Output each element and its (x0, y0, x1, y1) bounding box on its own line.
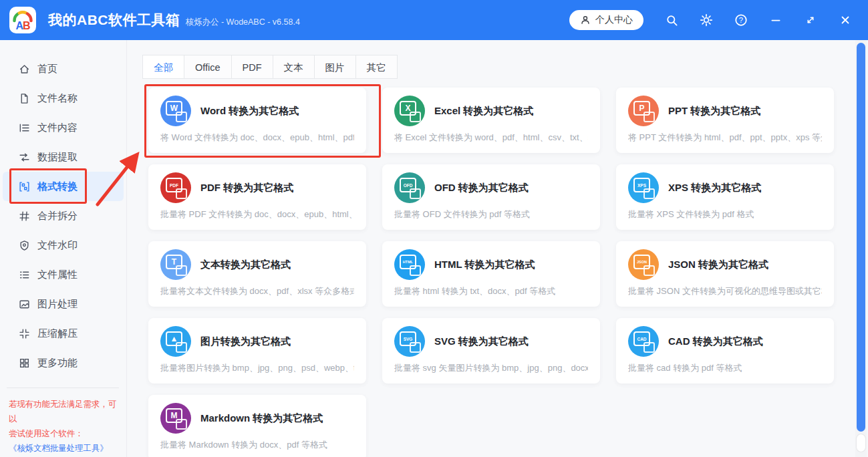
user-center-button[interactable]: 个人中心 (569, 10, 643, 30)
card-title: XPS 转换为其它格式 (668, 182, 761, 194)
promo-notice: 若现有功能无法满足需求，可以 尝试使用这个软件： 《核烁文档批量处理工具》 它是… (9, 397, 124, 457)
sidebar-item-icon (19, 328, 30, 339)
card-header: JSON JSON 转换为其它格式 (616, 241, 834, 280)
scrollbar-end-cap (857, 434, 865, 452)
gear-icon (700, 13, 713, 27)
card-title: HTML 转换为其它格式 (434, 259, 535, 271)
card-title: SVG 转换为其它格式 (434, 335, 529, 348)
ghost-badge (176, 112, 187, 122)
main-content: 全部 Office PDF 文本 图片 其它 W (127, 40, 868, 457)
card-description: 批量将文本文件转换为 docx、pdf、xlsx 等众多格式 (160, 285, 354, 297)
sidebar-item[interactable]: 首页 (3, 54, 124, 84)
ghost-badge (410, 342, 421, 353)
card-description: 批量将 JSON 文件转换为可视化的思维导图或其它格式 (628, 285, 822, 297)
close-icon (839, 14, 851, 26)
sidebar-item-icon (19, 63, 30, 75)
card-header: W Word 转换为其它格式 (148, 88, 366, 126)
feature-card[interactable]: JSON JSON 转换为其它格式 批量将 JSON 文件转换为可视化的思维导图… (616, 241, 834, 307)
card-header: ▲ 图片转换为其它格式 (148, 318, 366, 357)
sidebar-item-icon (19, 269, 30, 281)
sidebar-item-icon (19, 122, 30, 134)
close-button[interactable] (828, 0, 863, 40)
convert-icon: HTML (394, 249, 425, 280)
ghost-badge (176, 342, 187, 353)
notice-line: 若现有功能无法满足需求，可以 (9, 397, 124, 426)
feature-card[interactable]: M Markdown 转换为其它格式 批量将 Markdown 转换为 docx… (148, 395, 366, 457)
card-description: 批量将图片转换为 bmp、jpg、png、psd、webp、tiff 等 (160, 362, 354, 374)
help-button[interactable]: ? (724, 0, 758, 40)
feature-card[interactable]: SVG SVG 转换为其它格式 批量将 svg 矢量图片转换为 bmp、jpg、… (382, 318, 600, 384)
category-tab[interactable]: Office (184, 55, 232, 79)
feature-card[interactable]: HTML HTML 转换为其它格式 批量将 html 转换为 txt、docx、… (382, 241, 600, 307)
feature-card[interactable]: W Word 转换为其它格式 将 Word 文件转换为 doc、docx、epu… (148, 88, 366, 153)
convert-icon: W (160, 96, 191, 126)
feature-card[interactable]: PDF PDF 转换为其它格式 批量将 PDF 文件转换为 doc、docx、e… (148, 164, 366, 230)
maximize-button[interactable] (793, 0, 828, 40)
sidebar-item-label: 数据提取 (37, 151, 78, 164)
feature-card[interactable]: ▲ 图片转换为其它格式 批量将图片转换为 bmp、jpg、png、psd、web… (148, 318, 366, 384)
sidebar: 首页 文件名称 文件内容 数据提取 (0, 40, 127, 457)
category-tabs: 全部 Office PDF 文本 图片 其它 (142, 55, 398, 79)
sidebar-item-label: 合并拆分 (37, 210, 78, 222)
sidebar-item-icon (19, 240, 30, 251)
sidebar-divider (7, 388, 119, 388)
card-description: 批量将 XPS 文件转换为 pdf 格式 (628, 208, 822, 220)
sidebar-item[interactable]: 合并拆分 (3, 201, 124, 231)
card-header: M Markdown 转换为其它格式 (148, 395, 366, 434)
promo-link[interactable]: 《核烁文档批量处理工具》 (9, 441, 124, 456)
minimize-button[interactable] (758, 0, 793, 40)
convert-icon: PDF (160, 172, 191, 203)
convert-icon: XPS (628, 172, 659, 203)
card-header: PDF PDF 转换为其它格式 (148, 164, 366, 203)
category-tab[interactable]: 文本 (273, 55, 315, 79)
feature-card[interactable]: XPS XPS 转换为其它格式 批量将 XPS 文件转换为 pdf 格式 (616, 164, 834, 230)
card-title: CAD 转换为其它格式 (668, 335, 763, 348)
convert-icon: M (160, 403, 191, 434)
help-icon: ? (734, 13, 748, 27)
feature-card[interactable]: CAD CAD 转换为其它格式 批量将 cad 转换为 pdf 等格式 (616, 318, 834, 384)
card-title: PPT 转换为其它格式 (668, 105, 760, 118)
category-tab[interactable]: 图片 (314, 55, 356, 79)
sidebar-item[interactable]: 更多功能 (3, 348, 124, 377)
sidebar-item[interactable]: 文件属性 (3, 260, 124, 289)
feature-card[interactable]: X Excel 转换为其它格式 将 Excel 文件转换为 word、pdf、h… (382, 88, 600, 153)
card-title: PDF 转换为其它格式 (200, 182, 293, 194)
category-tab[interactable]: PDF (231, 55, 273, 79)
sidebar-item[interactable]: 文件名称 (3, 84, 124, 113)
sidebar-item[interactable]: 文件水印 (3, 231, 124, 260)
sidebar-item-icon (19, 181, 30, 192)
ghost-badge (643, 112, 655, 122)
svg-text:?: ? (739, 16, 743, 24)
notice-line: 尝试使用这个软件： (9, 426, 124, 441)
feature-card[interactable]: P PPT 转换为其它格式 将 PPT 文件转换为 html、pdf、ppt、p… (616, 88, 834, 153)
sidebar-item[interactable]: 压缩解压 (3, 319, 124, 348)
settings-button[interactable] (689, 0, 724, 40)
sidebar-item[interactable]: 文件内容 (3, 113, 124, 142)
card-title: OFD 转换为其它格式 (434, 182, 529, 194)
sidebar-item-label: 格式转换 (37, 180, 78, 193)
sidebar-item-label: 文件名称 (37, 92, 78, 105)
sidebar-item[interactable]: 数据提取 (3, 142, 124, 172)
sidebar-item-icon (19, 210, 30, 222)
logo-letter-b: B (23, 20, 30, 31)
card-description: 批量将 cad 转换为 pdf 等格式 (628, 362, 822, 374)
card-header: XPS XPS 转换为其它格式 (616, 164, 834, 203)
sidebar-item[interactable]: 图片处理 (3, 289, 124, 319)
card-title: JSON 转换为其它格式 (668, 259, 768, 271)
card-header: HTML HTML 转换为其它格式 (382, 241, 600, 280)
feature-card[interactable]: T 文本转换为其它格式 批量将文本文件转换为 docx、pdf、xlsx 等众多… (148, 241, 366, 307)
category-tab[interactable]: 其它 (355, 55, 398, 79)
sidebar-item-label: 文件水印 (37, 239, 78, 252)
card-description: 将 Excel 文件转换为 word、pdf、html、csv、txt、svg、 (394, 132, 588, 144)
search-button[interactable] (654, 0, 689, 40)
sidebar-item[interactable]: 格式转换 (3, 172, 124, 201)
convert-icon: OFD (394, 172, 425, 203)
feature-card[interactable]: OFD OFD 转换为其它格式 批量将 OFD 文件转换为 pdf 等格式 (382, 164, 600, 230)
card-description: 批量将 OFD 文件转换为 pdf 等格式 (394, 208, 588, 220)
convert-icon: SVG (394, 326, 425, 357)
category-tab[interactable]: 全部 (142, 55, 184, 79)
sidebar-item-label: 文件属性 (37, 269, 78, 281)
sidebar-item-label: 图片处理 (37, 298, 78, 311)
scrollbar-thumb[interactable] (857, 43, 865, 432)
card-title: Markdown 转换为其它格式 (200, 412, 323, 425)
